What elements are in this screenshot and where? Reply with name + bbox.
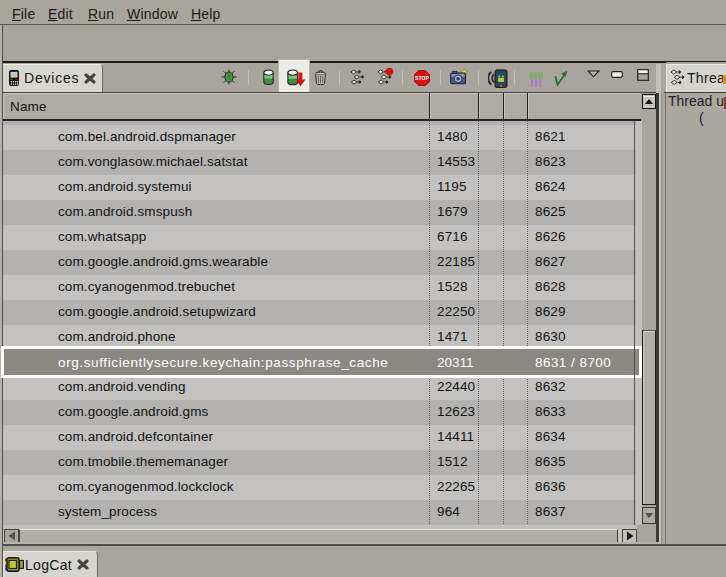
svg-text:STOP: STOP (415, 75, 430, 81)
